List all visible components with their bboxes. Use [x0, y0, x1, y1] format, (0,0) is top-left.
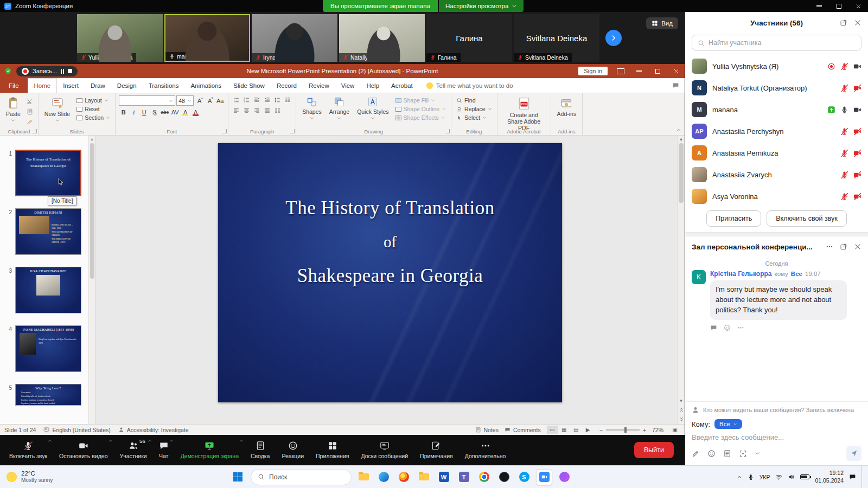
main-slide[interactable]: The History of Translation of Shakespear… — [218, 143, 562, 402]
skype-icon[interactable]: S — [516, 469, 532, 485]
attach-file-icon[interactable] — [723, 450, 731, 458]
align-right-button[interactable] — [252, 106, 261, 115]
edge-icon[interactable] — [375, 469, 392, 485]
stop-recording-icon[interactable] — [68, 69, 72, 73]
notifications-icon[interactable] — [849, 473, 856, 480]
weather-widget[interactable]: 22°C Mostly sunny — [0, 470, 53, 484]
pop-out-icon[interactable] — [840, 243, 847, 251]
tell-me-box[interactable]: Tell me what you want to do — [426, 82, 513, 89]
more-icon[interactable] — [737, 324, 744, 331]
obs-icon[interactable] — [496, 469, 512, 485]
zoom-slider[interactable]: − + — [599, 427, 646, 433]
thumbnails-scrollbar[interactable]: ▲ — [88, 136, 95, 424]
file-explorer-icon[interactable] — [355, 469, 372, 485]
paste-button[interactable]: Paste — [3, 95, 23, 124]
language-indicator[interactable]: English (United States) — [43, 427, 110, 433]
send-message-button[interactable] — [846, 446, 861, 461]
bullets-button[interactable] — [232, 95, 241, 105]
participant-video-galina[interactable]: Галина Галина — [426, 14, 512, 62]
chrome-icon[interactable] — [476, 469, 492, 485]
send-to-dropdown[interactable]: Все — [714, 419, 742, 429]
addins-button[interactable]: Add-ins — [554, 95, 579, 118]
layout-button[interactable]: Layout — [75, 97, 112, 104]
find-button[interactable]: Find — [455, 97, 494, 104]
bold-button[interactable]: B — [119, 107, 128, 117]
participant-video-nataliya[interactable]: Nataliya Torkut — [339, 14, 425, 62]
mail-app-icon[interactable] — [556, 469, 572, 485]
zoom-out-button[interactable]: − — [599, 427, 603, 433]
chevron-down-icon[interactable] — [755, 451, 760, 456]
minimize-button[interactable] — [809, 0, 829, 12]
new-slide-button[interactable]: New Slide — [42, 95, 73, 124]
close-icon[interactable] — [854, 19, 861, 27]
participant-video-iryna[interactable]: Iryna Bezrodnykh — [252, 14, 337, 62]
highlight-color-button[interactable]: A — [181, 107, 190, 117]
close-button[interactable] — [848, 0, 868, 12]
participant-search-input[interactable] — [709, 39, 856, 47]
next-participants-button[interactable] — [605, 30, 622, 46]
to-value[interactable]: Все — [791, 271, 802, 277]
select-button[interactable]: Select — [455, 114, 494, 121]
menu-file[interactable]: File — [0, 78, 28, 93]
participant-row[interactable]: AP Anastasiia Perchyshyn — [685, 120, 868, 142]
next-slide-button[interactable] — [679, 416, 684, 422]
decrease-indent-button[interactable] — [252, 95, 261, 105]
chevron-up-icon[interactable] — [48, 439, 52, 443]
participant-row[interactable]: Anastasiia Zvarych — [685, 164, 868, 185]
create-pdf-button[interactable]: Create and Share Adobe PDF — [501, 95, 547, 132]
section-button[interactable]: Section — [75, 114, 112, 121]
zoom-thumb[interactable] — [624, 427, 627, 433]
format-icon[interactable] — [692, 450, 700, 458]
zoom-in-button[interactable]: + — [643, 427, 646, 433]
shape-fill-button[interactable]: Shape Fill — [394, 97, 448, 104]
ppt-titlebar[interactable]: Запись... New Microsoft PowerPoint Prese… — [0, 64, 685, 78]
slide-sorter-view-button[interactable]: ▦ — [559, 426, 570, 434]
participant-video-svitlana[interactable]: Svitlana Deineka Svitlana Deineka — [514, 14, 599, 62]
chevron-up-icon[interactable] — [239, 439, 244, 443]
shape-outline-button[interactable]: Shape Outline — [394, 105, 448, 113]
slide-scrollbar[interactable]: ▲ ▼ — [677, 136, 685, 424]
chat-message-input[interactable] — [692, 433, 861, 441]
zoom-percentage[interactable]: 72% — [652, 427, 663, 433]
participant-search[interactable] — [692, 35, 861, 51]
battery-icon[interactable] — [800, 474, 809, 479]
participant-row[interactable]: Asya Voronina — [685, 185, 868, 207]
change-case-button[interactable]: Aa — [215, 96, 225, 105]
menu-review[interactable]: Review — [303, 78, 335, 93]
slide-editor-area[interactable]: The History of Translation of Shakespear… — [95, 136, 685, 424]
text-shadow-button[interactable]: S — [150, 107, 159, 117]
zoom-app-icon[interactable] — [536, 469, 552, 485]
align-left-button[interactable] — [232, 106, 241, 115]
dialog-launcher-icon[interactable] — [290, 129, 295, 133]
view-button[interactable]: Вид — [646, 17, 678, 29]
dialog-launcher-icon[interactable] — [222, 129, 227, 133]
cut-button[interactable] — [25, 97, 35, 106]
maximize-button[interactable] — [829, 0, 848, 12]
mute-button[interactable]: Включить звук — [3, 435, 53, 465]
leave-meeting-button[interactable]: Выйти — [634, 442, 674, 458]
slide-thumbnail-3[interactable]: ILYA CHAVCHAVADZE — [15, 267, 81, 313]
participant-row[interactable]: A Anastasiia Pernikuza — [685, 142, 868, 164]
word-icon[interactable]: W — [436, 469, 452, 485]
shape-effects-button[interactable]: Shape Effects — [394, 114, 448, 121]
taskbar-search[interactable]: Поиск — [251, 469, 352, 485]
unmute-self-button[interactable]: Включить свой звук — [767, 210, 847, 227]
dialog-launcher-icon[interactable] — [33, 129, 37, 133]
arrange-button[interactable]: Arrange — [327, 95, 352, 121]
apps-button[interactable]: Приложения — [310, 435, 355, 465]
increase-indent-button[interactable] — [263, 95, 272, 105]
underline-button[interactable]: U — [139, 107, 149, 117]
menu-animations[interactable]: Animations — [184, 78, 227, 93]
sign-in-button[interactable]: Sign in — [578, 67, 608, 75]
accessibility-checker[interactable]: Accessibility: Investigate — [118, 427, 189, 433]
scrollbar-thumb[interactable] — [679, 143, 684, 203]
comments-button[interactable]: Comments — [505, 427, 541, 433]
ribbon-display-options-button[interactable] — [612, 64, 629, 78]
text-direction-button[interactable] — [283, 95, 292, 105]
slideshow-view-button[interactable]: ▶ — [583, 426, 593, 434]
menu-insert[interactable]: Insert — [57, 78, 85, 93]
reading-view-button[interactable]: ▤ — [571, 426, 582, 434]
view-options-dropdown[interactable]: Настройки просмотра — [439, 0, 524, 12]
menu-acrobat[interactable]: Acrobat — [385, 78, 419, 93]
copy-button[interactable] — [25, 107, 35, 116]
